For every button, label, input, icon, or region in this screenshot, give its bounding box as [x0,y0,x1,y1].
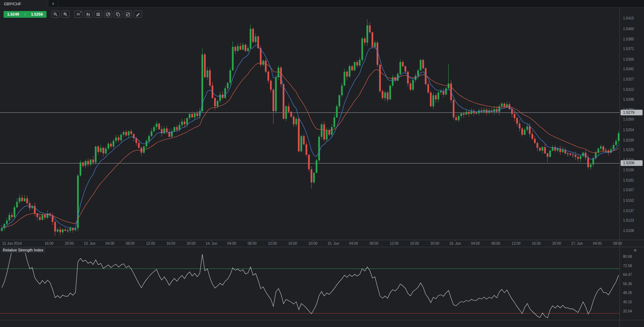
svg-text:16. Jun: 16. Jun [449,242,461,245]
annotate-button[interactable] [124,11,132,18]
svg-text:04:00: 04:00 [471,242,480,245]
trading-app-window: GBP/CHF + 1.5249 ↑ 1.5256 30 [0,0,644,327]
svg-text:13. Jun: 13. Jun [84,242,95,245]
svg-text:12:00: 12:00 [390,242,399,245]
svg-text:08:00: 08:00 [247,242,256,245]
sliders-icon [96,12,100,17]
copy-icon [116,12,120,17]
svg-text:1.5137: 1.5137 [623,209,634,213]
candlestick-series [1,19,620,236]
chart-style-button[interactable] [84,11,92,18]
tab-gbpchf-label: GBP/CHF [4,2,21,6]
svg-text:04:00: 04:00 [227,242,236,245]
snapshot-button[interactable] [104,11,112,18]
svg-text:32.04: 32.04 [623,309,632,313]
svg-text:80.68: 80.68 [623,255,632,259]
svg-text:1.5167: 1.5167 [623,188,634,192]
main-chart-canvas[interactable]: 1.54151.54001.53851.53711.53561.53421.53… [0,0,644,327]
tab-gbpchf[interactable]: GBP/CHF [0,0,48,7]
rsi-line [2,249,619,318]
bid-price: 1.5249 [7,12,19,16]
draw-button[interactable] [134,11,142,18]
svg-text:12:00: 12:00 [268,242,277,245]
svg-text:40.15: 40.15 [623,300,632,304]
svg-text:1.5279: 1.5279 [623,110,634,115]
svg-text:1.5225: 1.5225 [623,148,634,152]
zoom-out-button[interactable] [51,11,60,18]
timeframe-dot-icon [81,12,81,12]
svg-text:16:00: 16:00 [410,242,419,245]
svg-text:1.5196: 1.5196 [623,168,634,172]
svg-text:08:00: 08:00 [126,242,135,245]
candles-icon [86,12,91,17]
zoom-out-icon [53,12,58,17]
rsi-close-button[interactable]: ✕ [633,248,637,253]
ma-fast-line [2,45,619,228]
price-up-arrow-icon: ↑ [24,12,26,16]
price-axis[interactable]: 1.54151.54001.53851.53711.53561.53421.53… [623,16,634,233]
quote-badge[interactable]: 1.5249 ↑ 1.5256 [4,11,47,18]
svg-text:1.5327: 1.5327 [623,77,634,81]
svg-text:1.5312: 1.5312 [623,88,634,92]
svg-text:1.5269: 1.5269 [623,117,634,121]
svg-text:1.5181: 1.5181 [623,178,634,182]
rsi-axis[interactable]: 80.6872.5864.4756.3648.2640.1532.04 [623,255,632,313]
rsi-levels [0,269,620,314]
svg-text:20:00: 20:00 [430,242,439,245]
copy-chart-button[interactable] [114,11,122,18]
rsi-panel-title: Relative Strength Index [1,248,45,253]
svg-text:1.5342: 1.5342 [623,67,634,71]
svg-text:1.5298: 1.5298 [623,98,634,101]
svg-text:20:00: 20:00 [65,242,74,245]
svg-text:1.5254: 1.5254 [623,128,634,132]
timeframe-30m-icon: 30 [76,13,80,16]
edit-box-icon [126,12,130,17]
svg-text:16:00: 16:00 [44,242,53,245]
svg-text:56.36: 56.36 [623,282,632,286]
svg-text:08:00: 08:00 [370,242,378,245]
svg-text:12:00: 12:00 [512,242,520,245]
svg-text:16:00: 16:00 [532,242,541,245]
svg-text:1.5239: 1.5239 [623,138,634,142]
svg-text:15. Jun: 15. Jun [327,242,339,245]
svg-text:12:00: 12:00 [146,242,155,245]
new-tab-button[interactable]: + [48,0,58,7]
svg-text:04:00: 04:00 [349,242,358,245]
plus-icon: + [51,1,54,6]
svg-text:1.5206: 1.5206 [623,161,634,165]
svg-text:08:00: 08:00 [491,242,500,245]
time-axis[interactable]: 12 Jun 201416:0020:0013. Jun04:0008:0012… [2,240,622,245]
svg-text:08:00: 08:00 [613,242,622,245]
zoom-in-button[interactable] [61,11,70,18]
svg-text:20:00: 20:00 [187,242,196,245]
svg-text:1.5371: 1.5371 [623,47,634,51]
svg-text:1.5356: 1.5356 [623,57,634,61]
svg-text:1.5108: 1.5108 [623,229,634,233]
svg-text:16:00: 16:00 [288,242,297,245]
svg-text:1.5152: 1.5152 [623,199,634,203]
svg-text:20:00: 20:00 [309,242,317,245]
svg-text:72.58: 72.58 [623,264,632,268]
svg-text:16:00: 16:00 [167,242,175,245]
chart-toolbar: 1.5249 ↑ 1.5256 30 [4,11,144,18]
svg-text:17. Jun: 17. Jun [571,242,583,245]
svg-text:1.5385: 1.5385 [623,37,634,41]
svg-text:1.5415: 1.5415 [623,16,634,20]
svg-text:04:00: 04:00 [105,242,114,245]
svg-text:48.26: 48.26 [623,291,632,295]
svg-text:04:00: 04:00 [593,242,602,245]
pencil-icon [136,12,140,17]
ask-price: 1.5256 [31,12,43,16]
timeframe-button[interactable]: 30 [74,11,82,18]
chart-box-arrow-icon [106,12,110,17]
svg-text:20:00: 20:00 [552,242,561,245]
indicators-button[interactable] [94,11,102,18]
zoom-in-icon [63,12,68,17]
svg-text:14. Jun: 14. Jun [206,242,217,245]
svg-text:12 Jun 2014: 12 Jun 2014 [2,242,22,245]
svg-text:1.5400: 1.5400 [623,27,634,31]
tab-bar: GBP/CHF + [0,0,644,7]
svg-text:64.47: 64.47 [623,273,632,277]
svg-text:1.5123: 1.5123 [623,218,634,222]
